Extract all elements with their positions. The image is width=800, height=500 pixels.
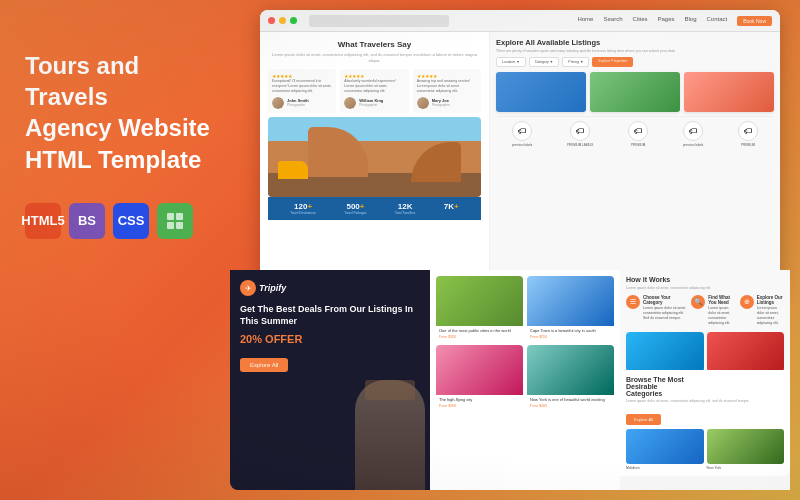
premium-icon-2: 🏷	[570, 121, 590, 141]
left-panel: Tours and TravelsAgency WebsiteHTML Temp…	[0, 0, 240, 500]
browser-dot-yellow	[279, 17, 286, 24]
author-info-1: John Smith Photographer	[287, 98, 309, 107]
stat-label-travellers: Total Travellers	[395, 211, 415, 215]
nav-cities[interactable]: Cities	[632, 16, 647, 26]
premium-text-1: premium labels	[512, 143, 532, 147]
dest-card-4[interactable]: New York is one of beautiful world excit…	[527, 345, 614, 410]
browser-mockup: Home Search Cities Pages Blog Contact Bo…	[230, 10, 800, 490]
desert-image	[268, 117, 481, 197]
testimonials-desc: Lorem ipsum dolor sit amet, consectetur …	[268, 52, 481, 63]
premium-icon-3: 🏷	[628, 121, 648, 141]
stat-packages: 500+ Travel Packages	[344, 202, 366, 215]
cat-photo-container-2: New York	[707, 429, 785, 470]
stat-num-travellers: 12K	[395, 202, 415, 211]
browser-dot-green	[290, 17, 297, 24]
premium-item-1: 🏷 premium labels	[512, 121, 532, 147]
premium-icon-1: 🏷	[512, 121, 532, 141]
step-content-1: Choose Your Category Lorem ipsum dolor s…	[643, 295, 687, 321]
filter-pricing[interactable]: Pricing ▼	[562, 57, 589, 67]
listing-card-2	[590, 72, 680, 112]
tech-badges: HTML5 BS CSS	[25, 203, 215, 239]
promo-title: Get The Best Deals From Our Listings In …	[240, 304, 420, 327]
dest-card-1[interactable]: One of the most public cities in the wor…	[436, 276, 523, 341]
rb-photo-2	[707, 332, 785, 372]
promo-bg-hat	[365, 380, 415, 400]
testimonial-card-1: ★★★★★ Exceptional! I'll recommend it to …	[268, 69, 336, 113]
listings-desc: There are plenty of vacation spots and m…	[496, 49, 774, 53]
testimonials-title: What Travelers Say	[268, 40, 481, 49]
categories-explore-button[interactable]: Explore All	[626, 414, 661, 425]
dest-price-4: From $400	[527, 404, 614, 410]
categories-title: Browse The MostDesirableCategories	[626, 376, 784, 397]
testimonial-author-2: William King Photographer	[344, 97, 404, 109]
desert-rock-left	[308, 127, 368, 177]
stat-num-extra: 7K+	[444, 202, 459, 211]
filter-location[interactable]: Location ▼	[496, 57, 526, 67]
promo-explore-button[interactable]: Explore All	[240, 358, 288, 372]
stat-label-packages: Travel Packages	[344, 211, 366, 215]
step-content-3: Explore Our Listings Lorem ipsum dolor s…	[757, 295, 784, 326]
testimonial-text-3: Amazing trip and amazing service! Lorem …	[417, 79, 477, 94]
bootstrap-badge: BS	[69, 203, 105, 239]
stat-label-destinations: Travel Destinations	[290, 211, 316, 215]
nav-search[interactable]: Search	[603, 16, 622, 26]
avatar-1	[272, 97, 284, 109]
nav-pages[interactable]: Pages	[657, 16, 674, 26]
listing-img-1	[496, 72, 586, 112]
nav-blog[interactable]: Blog	[685, 16, 697, 26]
multi-badge	[157, 203, 193, 239]
html5-badge: HTML5	[25, 203, 61, 239]
testimonial-text-2: Absolutely wonderful experience! Lorem i…	[344, 79, 404, 94]
svg-rect-3	[176, 222, 183, 229]
premium-item-4: 🏷 premium labels	[683, 121, 703, 147]
desert-van	[278, 161, 308, 179]
svg-rect-1	[176, 213, 183, 220]
destinations-grid: One of the most public cities in the wor…	[436, 276, 614, 410]
tripify-icon: ✈	[240, 280, 256, 296]
browser-url-bar	[309, 15, 449, 27]
dest-price-1: From $300	[436, 335, 523, 341]
premium-text-5: PREMIUM	[738, 143, 758, 147]
author-role-2: Photographer	[359, 103, 383, 107]
listing-img-2	[590, 72, 680, 112]
testimonial-author-1: John Smith Photographer	[272, 97, 332, 109]
desert-rock-right	[411, 142, 461, 182]
premium-item-5: 🏷 PREMIUM	[738, 121, 758, 147]
step-title-2: Find What You Need	[708, 295, 735, 305]
listing-img-3	[684, 72, 774, 112]
nav-home[interactable]: Home	[577, 16, 593, 26]
book-now-button[interactable]: Book Now	[737, 16, 772, 26]
premium-icon-5: 🏷	[738, 121, 758, 141]
filter-category[interactable]: Category ▼	[529, 57, 560, 67]
css-badge: CSS	[113, 203, 149, 239]
testimonial-cards: ★★★★★ Exceptional! I'll recommend it to …	[268, 69, 481, 113]
step-title-3: Explore Our Listings	[757, 295, 784, 305]
premium-item-3: 🏷 PREMIUM	[628, 121, 648, 147]
dest-card-2[interactable]: Cape Town is a beautiful city in south F…	[527, 276, 614, 341]
avatar-3	[417, 97, 429, 109]
listings-title: Explore All Available Listings	[496, 38, 774, 47]
dest-img-3	[436, 345, 523, 395]
how-step-3: ⊕ Explore Our Listings Lorem ipsum dolor…	[740, 295, 784, 326]
step-text-3: Lorem ipsum dolor sit amet, consectetur …	[757, 306, 784, 326]
step-content-2: Find What You Need Lorem ipsum dolor sit…	[708, 295, 735, 326]
step-icon-1: ☰	[626, 295, 640, 309]
avatar-2	[344, 97, 356, 109]
how-it-works-title: How it Works	[626, 276, 784, 283]
step-title-1: Choose Your Category	[643, 295, 687, 305]
stat-num-destinations: 120+	[290, 202, 316, 211]
stat-travellers: 12K Total Travellers	[395, 202, 415, 215]
dest-card-3[interactable]: The high-flying city From $300	[436, 345, 523, 410]
explore-properties-button[interactable]: Explore Properties	[592, 57, 633, 67]
step-icon-3: ⊕	[740, 295, 754, 309]
author-role-1: Photographer	[287, 103, 309, 107]
nav-contact[interactable]: Contact	[707, 16, 728, 26]
premium-icon-4: 🏷	[683, 121, 703, 141]
dest-price-3: From $300	[436, 404, 523, 410]
listing-grid	[496, 72, 774, 112]
promo-section: ✈ Tripify Get The Best Deals From Our Li…	[230, 270, 430, 490]
filter-bar: Location ▼ Category ▼ Pricing ▼ Explore …	[496, 57, 774, 67]
how-steps: ☰ Choose Your Category Lorem ipsum dolor…	[626, 295, 784, 326]
dest-img-4	[527, 345, 614, 395]
promo-offer: 20% OFFER	[240, 333, 420, 345]
